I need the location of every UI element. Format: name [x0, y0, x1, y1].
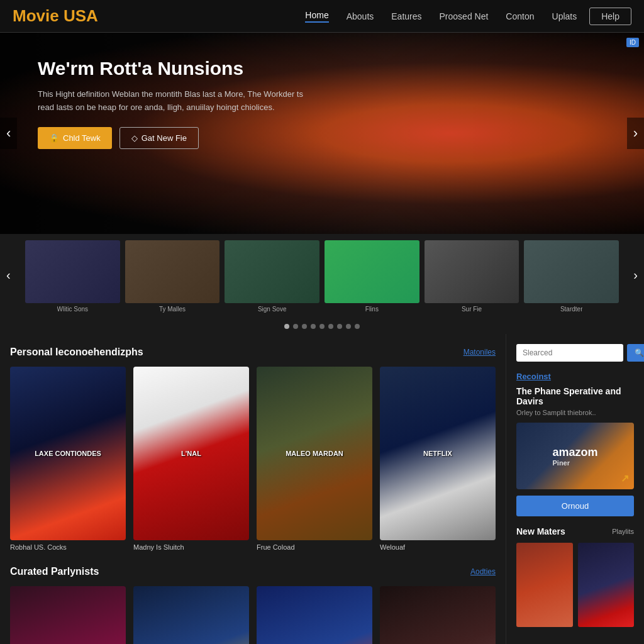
nav-proosed[interactable]: Proosed Net [440, 11, 489, 21]
movie-title-1: Robhal US. Cocks [10, 543, 126, 551]
thumbnail-strip: ‹ Wlitic Sons Ty Malles Sign Sove Flins … [0, 234, 644, 319]
movie-title-2: Madny Is Sluitch [133, 543, 249, 551]
hero-description: This Hight definition Weblan the montith… [38, 88, 316, 114]
carousel-dots [0, 319, 644, 334]
poster-text-5: MLICCH [10, 586, 126, 644]
dot-1[interactable] [284, 324, 289, 329]
help-button[interactable]: Help [589, 8, 631, 25]
nav-uplats[interactable]: Uplats [552, 11, 577, 21]
movie-card-4[interactable]: NETFLIX Welouaf [380, 367, 496, 551]
new-section-header: New Maters Playlits [516, 526, 634, 536]
strip-next-button[interactable]: › [633, 268, 638, 282]
hero-content: We'rm Rott'a Nunsions This Hight definit… [0, 33, 354, 174]
promo-brand: amazom [552, 446, 597, 459]
sidebar-article-section: Recoinst [516, 372, 634, 381]
dot-7[interactable] [337, 324, 342, 329]
personal-section-title: Personal Ieconoehendizphs [10, 347, 143, 358]
promo-sub: Piner [552, 459, 597, 467]
nav-abouts[interactable]: Abouts [347, 11, 374, 21]
movie-card-3[interactable]: MALEO MARDAN Frue Coload [257, 367, 372, 551]
new-section-link[interactable]: Playlits [612, 528, 634, 535]
movie-card-7[interactable]: MDRWANT Size Nansion [257, 586, 372, 644]
thumb-item-4[interactable]: Flins [325, 240, 419, 313]
site-logo: Movie USA [13, 6, 98, 26]
thumb-item-6[interactable]: Stardter [524, 240, 619, 313]
strip-inner: Wlitic Sons Ty Malles Sign Sove Flins Su… [25, 240, 619, 313]
personal-section-link[interactable]: Matoniles [464, 348, 496, 357]
thumb-label-6: Stardter [560, 306, 583, 313]
thumb-item-2[interactable]: Ty Malles [125, 240, 220, 313]
nav-eatures[interactable]: Eatures [391, 11, 421, 21]
hero-secondary-button[interactable]: ◇ Gat New Fie [119, 127, 199, 149]
logo-usa: USA [64, 6, 98, 25]
sidebar-article-sub: Orley to Samplit thiebrok.. [516, 409, 634, 416]
curated-section-title: Curated Parlynists [10, 566, 99, 577]
movie-card-6[interactable]: HAFMANS SOUYES Bulle, Cools [133, 586, 249, 644]
main-nav: Home Abouts Eatures Proosed Net Conton U… [305, 10, 577, 23]
new-movies-grid: CITA M∆MEXAON [516, 543, 634, 627]
main-content: Personal Ieconoehendizphs Matoniles LAXE… [0, 334, 644, 644]
lock-icon: 🔒 [49, 133, 59, 143]
dot-6[interactable] [328, 324, 333, 329]
movie-card-1[interactable]: LAXE CONTIONDES Robhal US. Cocks [10, 367, 126, 551]
dot-5[interactable] [319, 324, 325, 329]
dot-3[interactable] [302, 324, 307, 329]
new-card-2[interactable]: M∆MEXAON [578, 543, 635, 627]
dot-9[interactable] [355, 324, 360, 329]
new-section-title: New Maters [516, 526, 565, 536]
search-area: 🔍 Canine [516, 344, 634, 362]
search-icon: 🔍 [635, 348, 644, 357]
thumb-item-1[interactable]: Wlitic Sons [25, 240, 120, 313]
hero-prev-button[interactable]: ‹ [0, 118, 17, 149]
personal-section-header: Personal Ieconoehendizphs Matoniles [10, 347, 496, 358]
nav-conton[interactable]: Conton [506, 11, 534, 21]
hero-buttons: 🔒 Chld Tewk ◇ Gat New Fie [38, 127, 316, 149]
sidebar-article-title: The Phane Sperative and Davirs [516, 386, 634, 406]
thumb-label-5: Sur Fie [462, 306, 482, 313]
promo-button[interactable]: Ornoud [516, 496, 634, 516]
strip-prev-button[interactable]: ‹ [6, 268, 11, 282]
poster-text-3: MALEO MARDAN [257, 367, 372, 540]
poster-text-6: HAFMANS SOUYES [133, 586, 249, 644]
hero-banner: ID ‹ We'rm Rott'a Nunsions This Hight de… [0, 33, 644, 234]
thumb-item-5[interactable]: Sur Fie [425, 240, 519, 313]
dot-8[interactable] [346, 324, 351, 329]
search-button[interactable]: 🔍 Canine [627, 344, 644, 362]
hero-next-button[interactable]: › [627, 118, 644, 149]
hero-primary-button[interactable]: 🔒 Chld Tewk [38, 127, 112, 149]
personal-movie-grid: LAXE CONTIONDES Robhal US. Cocks L'NAL M… [10, 367, 496, 551]
new-card-1[interactable]: CITA [516, 543, 573, 627]
poster-text-8: SHO [380, 586, 496, 644]
thumb-label-3: Sign Sove [258, 306, 287, 313]
thumb-label-2: Ty Malles [159, 306, 186, 313]
thumb-label-1: Wlitic Sons [57, 306, 88, 313]
poster-text-7: MDRWANT [257, 586, 372, 644]
thumb-label-4: Flins [365, 306, 379, 313]
curated-section-link[interactable]: Aodties [470, 567, 496, 576]
movie-title-4: Welouaf [380, 543, 496, 551]
poster-text-1: LAXE CONTIONDES [10, 367, 126, 540]
new-card-1-text: CITA [516, 543, 573, 627]
poster-text-2: L'NAL [133, 367, 249, 540]
left-column: Personal Ieconoehendizphs Matoniles LAXE… [0, 334, 506, 644]
diamond-icon: ◇ [131, 133, 138, 143]
sidebar: 🔍 Canine Recoinst The Phane Sperative an… [506, 334, 644, 644]
curated-section-header: Curated Parlynists Aodties [10, 566, 496, 577]
sidebar-promo-image: amazom Piner ↗ [516, 423, 634, 489]
logo-movie: Movie [13, 6, 59, 25]
dot-2[interactable] [293, 324, 298, 329]
movie-card-2[interactable]: L'NAL Madny Is Sluitch [133, 367, 249, 551]
curated-movie-grid: MLICCH Sam Fallits HAFMANS SOUYES Bulle,… [10, 586, 496, 644]
movie-title-3: Frue Coload [257, 543, 372, 551]
nav-home[interactable]: Home [305, 10, 328, 23]
dot-4[interactable] [311, 324, 316, 329]
hero-badge: ID [626, 38, 639, 47]
hero-title: We'rm Rott'a Nunsions [38, 58, 316, 79]
movie-card-5[interactable]: MLICCH Sam Fallits [10, 586, 126, 644]
new-card-2-text: M∆MEXAON [578, 543, 635, 627]
search-input[interactable] [516, 344, 623, 362]
movie-card-8[interactable]: SHO Creation Iner Aoarchs [380, 586, 496, 644]
thumb-item-3[interactable]: Sign Sove [225, 240, 319, 313]
promo-arrow-icon: ↗ [621, 472, 629, 484]
poster-text-4: NETFLIX [380, 367, 496, 540]
